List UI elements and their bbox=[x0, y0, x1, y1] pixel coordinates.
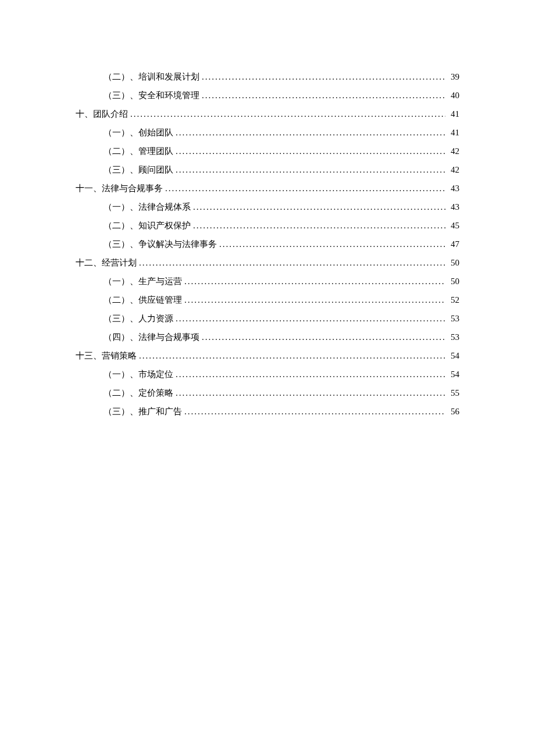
toc-label: 十、团队介绍 bbox=[76, 107, 128, 121]
toc-page: 55 bbox=[448, 386, 459, 400]
toc-leader bbox=[184, 404, 445, 418]
toc-leader bbox=[176, 144, 445, 158]
toc-leader bbox=[165, 181, 445, 195]
toc-leader bbox=[139, 256, 445, 270]
toc-leader bbox=[184, 293, 445, 307]
toc-entry: （二）、管理团队 42 bbox=[104, 144, 459, 158]
toc-label: （一）、法律合规体系 bbox=[104, 200, 191, 214]
toc-page: 52 bbox=[448, 293, 459, 307]
toc-leader bbox=[139, 349, 445, 363]
toc-page: 43 bbox=[448, 181, 459, 195]
toc-leader bbox=[176, 367, 445, 381]
toc-page: 54 bbox=[448, 367, 459, 381]
toc-entry: 十二、经营计划 50 bbox=[76, 256, 459, 270]
toc-label: （三）、人力资源 bbox=[104, 311, 173, 325]
toc-entry: （三）、争议解决与法律事务 47 bbox=[104, 237, 459, 251]
toc-leader bbox=[219, 237, 445, 251]
toc-entry: （一）、生产与运营 50 bbox=[104, 274, 459, 288]
toc-label: （三）、顾问团队 bbox=[104, 163, 173, 177]
toc-leader bbox=[130, 107, 445, 121]
toc-label: （三）、安全和环境管理 bbox=[104, 88, 199, 102]
toc-label: （三）、推广和广告 bbox=[104, 404, 182, 418]
toc-entry: （三）、人力资源 53 bbox=[104, 311, 459, 325]
toc-page: 54 bbox=[448, 349, 459, 363]
toc-entry: （二）、供应链管理 52 bbox=[104, 293, 459, 307]
toc-label: （一）、创始团队 bbox=[104, 126, 173, 139]
toc-entry: （一）、市场定位 54 bbox=[104, 367, 459, 381]
toc-leader bbox=[202, 88, 445, 102]
toc-label: 十一、法律与合规事务 bbox=[76, 181, 163, 195]
toc-label: （四）、法律与合规事项 bbox=[104, 330, 199, 344]
toc-entry: （三）、顾问团队 42 bbox=[104, 163, 459, 177]
toc-label: 十二、经营计划 bbox=[76, 256, 137, 270]
table-of-contents: （二）、培训和发展计划 39 （三）、安全和环境管理 40 十、团队介绍 41 … bbox=[76, 70, 459, 418]
toc-leader bbox=[176, 386, 445, 400]
toc-label: （二）、培训和发展计划 bbox=[104, 70, 199, 84]
toc-label: （一）、市场定位 bbox=[104, 367, 173, 381]
toc-label: （二）、知识产权保护 bbox=[104, 218, 191, 232]
toc-leader bbox=[176, 311, 445, 325]
toc-label: （三）、争议解决与法律事务 bbox=[104, 237, 217, 251]
toc-entry: （三）、推广和广告 56 bbox=[104, 404, 459, 418]
toc-page: 53 bbox=[448, 311, 459, 325]
toc-page: 40 bbox=[448, 88, 459, 102]
toc-entry: 十、团队介绍 41 bbox=[76, 107, 459, 121]
toc-page: 56 bbox=[448, 404, 459, 418]
toc-leader bbox=[184, 274, 445, 288]
toc-page: 47 bbox=[448, 237, 459, 251]
toc-page: 50 bbox=[448, 274, 459, 288]
toc-label: （一）、生产与运营 bbox=[104, 274, 182, 288]
toc-page: 39 bbox=[448, 70, 459, 84]
toc-page: 53 bbox=[448, 330, 459, 344]
toc-page: 41 bbox=[448, 107, 459, 121]
toc-entry: （三）、安全和环境管理 40 bbox=[104, 88, 459, 102]
toc-entry: 十一、法律与合规事务 43 bbox=[76, 181, 459, 195]
toc-entry: 十三、营销策略 54 bbox=[76, 349, 459, 363]
toc-page: 43 bbox=[448, 200, 459, 214]
toc-entry: （四）、法律与合规事项 53 bbox=[104, 330, 459, 344]
toc-leader bbox=[202, 330, 445, 344]
toc-leader bbox=[202, 70, 445, 84]
toc-entry: （二）、知识产权保护 45 bbox=[104, 218, 459, 232]
toc-label: （二）、管理团队 bbox=[104, 144, 173, 158]
toc-entry: （二）、培训和发展计划 39 bbox=[104, 70, 459, 84]
toc-entry: （一）、创始团队 41 bbox=[104, 126, 459, 139]
toc-leader bbox=[176, 126, 445, 139]
toc-entry: （一）、法律合规体系 43 bbox=[104, 200, 459, 214]
toc-page: 42 bbox=[448, 144, 459, 158]
toc-page: 50 bbox=[448, 256, 459, 270]
toc-entry: （二）、定价策略 55 bbox=[104, 386, 459, 400]
toc-leader bbox=[176, 163, 445, 177]
toc-leader bbox=[193, 218, 445, 232]
toc-leader bbox=[193, 200, 445, 214]
toc-page: 41 bbox=[448, 126, 459, 139]
toc-label: 十三、营销策略 bbox=[76, 349, 137, 363]
toc-label: （二）、供应链管理 bbox=[104, 293, 182, 307]
toc-page: 45 bbox=[448, 218, 459, 232]
toc-page: 42 bbox=[448, 163, 459, 177]
toc-label: （二）、定价策略 bbox=[104, 386, 173, 400]
